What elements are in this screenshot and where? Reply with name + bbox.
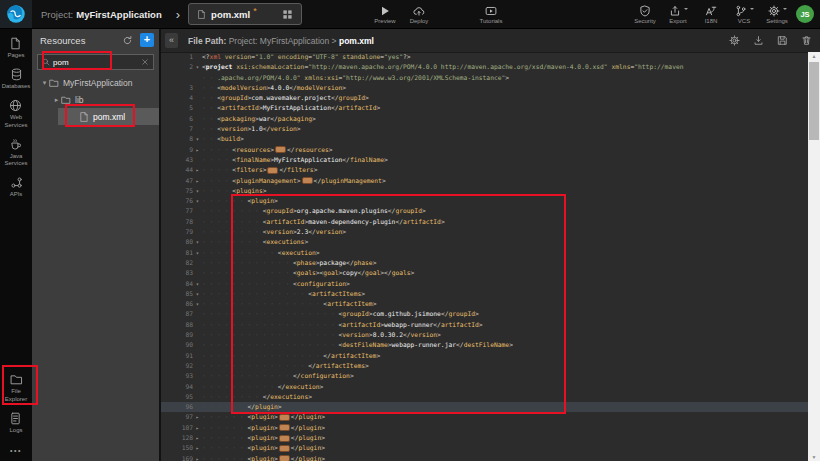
tab-pom-xml[interactable]: pom.xml * xyxy=(188,3,302,25)
fold-marker-icon[interactable]: ▾ xyxy=(193,289,202,299)
fold-marker-icon[interactable]: ▾ xyxy=(193,299,202,309)
code-line[interactable]: 82· · · · · · · · · · · · <phase>package… xyxy=(161,258,808,268)
tree-caret-icon[interactable]: ▾ xyxy=(40,79,49,87)
fold-marker-icon[interactable]: ▸ xyxy=(193,165,202,175)
delete-button[interactable] xyxy=(801,35,812,46)
settings-button[interactable] xyxy=(729,35,740,46)
code-line[interactable]: 97▸· · · · · · <plugin></plugin> xyxy=(161,412,808,422)
code-line[interactable]: 77· · · · · · · · <groupId>org.apache.ma… xyxy=(161,206,808,216)
code-line[interactable]: 86▾· · · · · · · · · · · · · · · · <arti… xyxy=(161,299,808,309)
code-area[interactable]: 1<?xml version="1.0" encoding="UTF-8" st… xyxy=(161,52,808,461)
code-line[interactable]: 5· · <artifactId>MyFirstApplication</art… xyxy=(161,103,808,113)
code-line[interactable]: 150▸· · · · · · <plugin></plugin> xyxy=(161,443,808,453)
folded-code-icon[interactable] xyxy=(267,167,278,174)
topbar-action-i18n[interactable]: I18N xyxy=(698,5,724,24)
code-line[interactable]: 47▸· · · · <pluginManagement></pluginMan… xyxy=(161,176,808,186)
fold-marker-icon[interactable]: ▾ xyxy=(193,196,202,206)
code-line[interactable]: 2▾<project xsi:schemaLocation="http://ma… xyxy=(161,62,808,72)
sidebar-item-databases[interactable]: Databases xyxy=(2,68,31,90)
code-line[interactable]: 6· · <packaging>war</packaging> xyxy=(161,114,808,124)
fold-marker-icon[interactable]: ▸ xyxy=(193,433,202,443)
code-line[interactable]: 43· · · · <finalName>MyFirstApplication<… xyxy=(161,155,808,165)
folded-code-icon[interactable] xyxy=(279,424,290,431)
folded-code-icon[interactable] xyxy=(279,414,290,421)
more-options-icon[interactable]: ••• xyxy=(10,447,22,454)
fold-marker-icon[interactable]: ▸ xyxy=(193,176,202,186)
editor-scrollbar[interactable]: ▲ ▼ xyxy=(808,52,820,461)
code-line[interactable]: 96· · · · · · </plugin> xyxy=(161,402,808,412)
fold-marker-icon[interactable]: ▸ xyxy=(193,412,202,422)
folded-code-icon[interactable] xyxy=(279,435,290,442)
topbar-action-deploy[interactable]: Deploy xyxy=(406,5,432,24)
fold-marker-icon[interactable]: ▾ xyxy=(193,134,202,144)
fold-marker-icon[interactable]: ▸ xyxy=(193,423,202,433)
sidebar-item-pages[interactable]: Pages xyxy=(7,37,24,59)
topbar-action-preview[interactable]: Preview xyxy=(372,5,398,24)
scrollbar-thumb[interactable] xyxy=(809,62,819,140)
code-line[interactable]: 78· · · · · · · · <artifactId>maven-depe… xyxy=(161,217,808,227)
fold-marker-icon[interactable]: ▸ xyxy=(193,145,202,155)
sidebar-item-apis[interactable]: APIs xyxy=(10,176,23,198)
code-line[interactable]: 84▾· · · · · · · · · · · · <configuratio… xyxy=(161,279,808,289)
code-line[interactable]: 107▸· · · · · · <plugin></plugin> xyxy=(161,423,808,433)
code-line[interactable]: 44▸· · · · <filters></filters> xyxy=(161,165,808,175)
code-line[interactable]: 80▾· · · · · · · · <executions> xyxy=(161,237,808,247)
code-line[interactable]: 95· · · · · · · · </executions> xyxy=(161,392,808,402)
code-line[interactable]: 85▾· · · · · · · · · · · · · · <artifact… xyxy=(161,289,808,299)
folded-code-icon[interactable] xyxy=(279,445,290,452)
add-resource-button[interactable]: + xyxy=(140,33,154,47)
code-line[interactable]: 8▾· · <build> xyxy=(161,134,808,144)
refresh-icon[interactable] xyxy=(122,35,133,46)
fold-marker-icon[interactable]: ▾ xyxy=(193,237,202,247)
topbar-action-vcs[interactable]: VCS xyxy=(731,5,757,24)
tree-item-lib[interactable]: ▸lib xyxy=(32,91,159,108)
sidebar-item-java-services[interactable]: JavaServices xyxy=(4,138,27,167)
code-line[interactable]: 83· · · · · · · · · · · · <goals><goal>c… xyxy=(161,268,808,278)
code-line[interactable]: 7· · <version>1.0</version> xyxy=(161,124,808,134)
fold-marker-icon[interactable]: ▾ xyxy=(193,248,202,258)
tree-item-MyFirstApplication[interactable]: ▾MyFirstApplication xyxy=(32,74,159,91)
sidebar-item-file-explorer[interactable]: FileExplorer xyxy=(5,373,27,402)
scroll-up-icon[interactable]: ▲ xyxy=(808,52,820,61)
fold-marker-icon[interactable]: ▾ xyxy=(193,279,202,289)
fold-marker-icon[interactable]: ▾ xyxy=(193,62,202,72)
sidebar-item-logs[interactable]: Logs xyxy=(9,412,22,434)
collapse-panel-button[interactable]: « xyxy=(165,33,178,48)
clear-search-icon[interactable] xyxy=(141,58,149,66)
folded-code-icon[interactable] xyxy=(279,455,290,461)
code-line[interactable]: 79· · · · · · · · <version>2.3</version> xyxy=(161,227,808,237)
code-line[interactable]: 88· · · · · · · · · · · · · · · · · · <a… xyxy=(161,320,808,330)
code-line[interactable]: 9▸· · · · <resources></resources> xyxy=(161,145,808,155)
code-line[interactable]: 76▾· · · · · · <plugin> xyxy=(161,196,808,206)
code-line[interactable]: 1<?xml version="1.0" encoding="UTF-8" st… xyxy=(161,52,808,62)
code-line[interactable]: 93· · · · · · · · · · · · </configuratio… xyxy=(161,371,808,381)
tree-caret-icon[interactable]: ▸ xyxy=(52,96,61,104)
project-breadcrumb[interactable]: Project:MyFirstApplication xyxy=(41,9,162,20)
folded-code-icon[interactable] xyxy=(302,177,313,184)
topbar-action-tutorials[interactable]: Tutorials xyxy=(478,5,504,24)
topbar-action-security[interactable]: Security xyxy=(632,5,658,24)
sidebar-item-web-services[interactable]: WebServices xyxy=(4,99,27,128)
topbar-action-settings[interactable]: Settings xyxy=(764,5,790,24)
code-line[interactable]: 128▸· · · · · · <plugin></plugin> xyxy=(161,433,808,443)
folded-code-icon[interactable] xyxy=(275,146,286,153)
topbar-action-export[interactable]: Export xyxy=(665,5,691,24)
fold-marker-icon[interactable]: ▸ xyxy=(193,454,202,461)
code-line[interactable]: 75▾· · · · <plugins> xyxy=(161,186,808,196)
code-line[interactable]: 81▾· · · · · · · · · · <execution> xyxy=(161,248,808,258)
wavemaker-logo[interactable] xyxy=(0,0,32,28)
code-line[interactable]: 89· · · · · · · · · · · · · · · · · · <v… xyxy=(161,330,808,340)
download-button[interactable] xyxy=(753,35,764,46)
fold-marker-icon[interactable]: ▸ xyxy=(193,443,202,453)
code-line[interactable]: 169▸· · · · · · <plugin></plugin> xyxy=(161,454,808,461)
scroll-down-icon[interactable]: ▼ xyxy=(808,453,820,461)
code-line[interactable]: 3· · <modelVersion>4.0.0</modelVersion> xyxy=(161,83,808,93)
code-line[interactable]: 90· · · · · · · · · · · · · · · · · · <d… xyxy=(161,340,808,350)
search-input[interactable] xyxy=(53,58,141,67)
code-line[interactable]: 92· · · · · · · · · · · · · · </artifact… xyxy=(161,361,808,371)
save-button[interactable] xyxy=(777,35,788,46)
fold-marker-icon[interactable]: ▾ xyxy=(193,186,202,196)
code-line[interactable]: 87· · · · · · · · · · · · · · · · · · <g… xyxy=(161,309,808,319)
tree-item-pom-xml[interactable]: pom.xml xyxy=(58,108,159,125)
grid-icon[interactable] xyxy=(282,9,293,20)
